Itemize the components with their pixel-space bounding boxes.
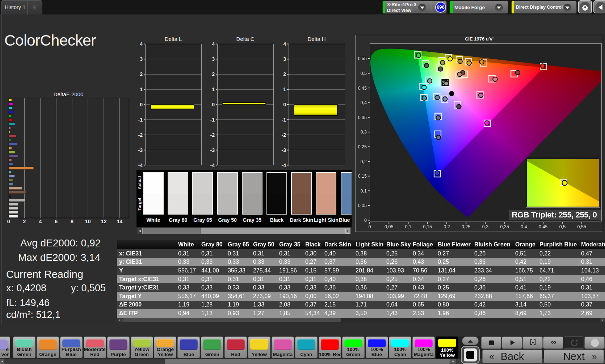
svg-text:0,5: 0,5 — [361, 71, 367, 76]
svg-text:0,3: 0,3 — [361, 130, 367, 135]
svg-text:0,55: 0,55 — [358, 56, 367, 61]
svg-text:0,45: 0,45 — [358, 86, 367, 91]
svg-text:0,45: 0,45 — [539, 224, 547, 229]
svg-text:0,1: 0,1 — [405, 224, 411, 229]
svg-text:0,05: 0,05 — [385, 224, 393, 229]
svg-text:0,05: 0,05 — [358, 203, 367, 208]
svg-text:0: 0 — [364, 218, 367, 223]
svg-text:0: 0 — [369, 224, 371, 229]
svg-text:0,2: 0,2 — [444, 224, 450, 229]
svg-text:0,3: 0,3 — [482, 224, 488, 229]
svg-text:0,4: 0,4 — [361, 100, 367, 105]
svg-text:0,1: 0,1 — [361, 189, 367, 194]
svg-text:0,4: 0,4 — [521, 224, 527, 229]
svg-text:0,35: 0,35 — [358, 115, 367, 120]
svg-text:0,5: 0,5 — [559, 224, 566, 229]
svg-text:0,25: 0,25 — [358, 144, 367, 149]
svg-text:0,35: 0,35 — [500, 224, 509, 229]
svg-text:RGB Triplet: 255, 255, 0: RGB Triplet: 255, 255, 0 — [512, 210, 597, 219]
svg-text:0,55: 0,55 — [577, 224, 586, 229]
svg-text:0,25: 0,25 — [462, 224, 470, 229]
svg-text:0,15: 0,15 — [423, 224, 432, 229]
svg-text:0,15: 0,15 — [358, 174, 367, 179]
svg-text:0,2: 0,2 — [361, 159, 367, 164]
